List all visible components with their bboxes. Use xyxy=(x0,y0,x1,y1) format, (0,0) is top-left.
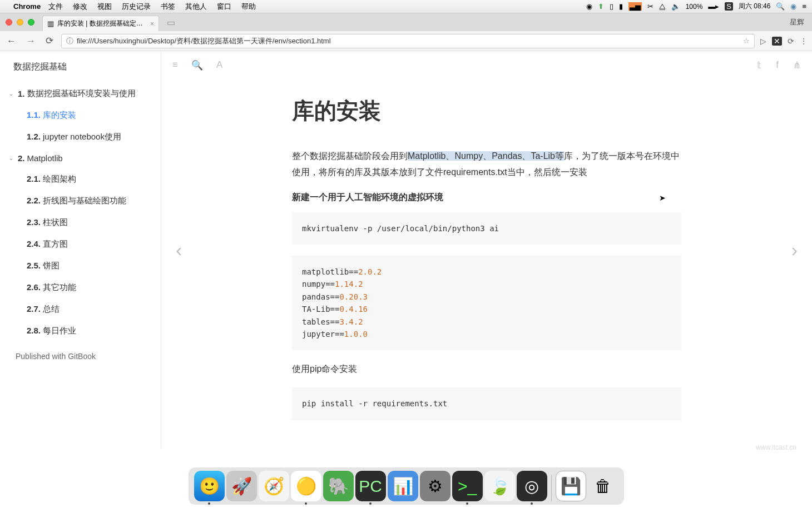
finder-icon[interactable]: 🙂 xyxy=(194,471,225,501)
sidebar-section-1[interactable]: ⌄ 1. 数据挖掘基础环境安装与使用 xyxy=(0,83,161,104)
new-tab-button[interactable]: ▭ xyxy=(161,17,181,28)
browser-tab-strip: ▥ 库的安装 | 数据挖掘基础定位、 × ▭ 星辉 xyxy=(0,13,812,31)
sidebar-item-2-6[interactable]: 2.6.其它功能 xyxy=(0,277,161,298)
settings-icon[interactable]: ⚙ xyxy=(420,471,450,501)
toggle-sidebar-icon[interactable]: ≡ xyxy=(172,59,178,71)
chevron-down-icon: ⌄ xyxy=(9,91,13,97)
launchpad-icon[interactable]: 🚀 xyxy=(226,471,257,501)
intro-paragraph: 整个数据挖掘基础阶段会用到Matplotlib、Numpy、Pandas、Ta-… xyxy=(292,148,681,181)
sidebar-item-2-7[interactable]: 2.7.总结 xyxy=(0,298,161,320)
more-menu-icon[interactable]: ⋮ xyxy=(800,37,808,46)
menu-help[interactable]: 帮助 xyxy=(241,2,256,12)
clock[interactable]: 周六 08:46 xyxy=(739,2,770,11)
terminal-icon[interactable]: >_ xyxy=(452,471,483,501)
macos-dock: 🙂 🚀 🧭 🟡 🐘 PC 📊 ⚙ >_ 🍃 ◎ 💾 🗑 xyxy=(189,467,624,505)
extension-icon-2[interactable]: ✕ xyxy=(772,37,782,46)
page-content: 数据挖掘基础 ⌄ 1. 数据挖掘基础环境安装与使用 1.1.库的安装 1.2.j… xyxy=(0,51,812,448)
sidebar-item-2-1[interactable]: 2.1.绘图架构 xyxy=(0,168,161,190)
subheading-1: 新建一个用于人工智能环境的虚拟环境 xyxy=(292,192,681,203)
browser-toolbar: ← → ⟳ ⓘ file:///Users/huxinghui/Desktop/… xyxy=(0,31,812,51)
sidebar-item-1-2[interactable]: 1.2.jupyter notebook使用 xyxy=(0,126,161,148)
facebook-icon[interactable]: f xyxy=(776,59,779,71)
url-text: file:///Users/huxinghui/Desktop/资料/数据挖掘基… xyxy=(77,36,331,46)
tab-title: 库的安装 | 数据挖掘基础定位、 xyxy=(57,19,147,28)
share-icon[interactable]: ⋔ xyxy=(793,59,801,71)
maximize-window-button[interactable] xyxy=(28,19,34,26)
volume-icon[interactable]: 🔈 xyxy=(671,2,680,11)
next-page-button[interactable]: › xyxy=(786,233,803,266)
sidebar-item-2-4[interactable]: 2.4.直方图 xyxy=(0,233,161,255)
watermark: www.itcast.cn xyxy=(756,444,796,451)
menubar-app-name[interactable]: Chrome xyxy=(13,2,41,11)
content-toolbar: ≡ 🔍 A 𝕥 f ⋔ xyxy=(161,51,812,79)
sidebar-item-2-8[interactable]: 2.8.每日作业 xyxy=(0,320,161,342)
info-icon[interactable]: ⓘ xyxy=(66,36,73,46)
menu-people[interactable]: 其他人 xyxy=(185,2,207,12)
tab-close-icon[interactable]: × xyxy=(150,20,154,28)
menu-edit[interactable]: 修改 xyxy=(73,2,87,12)
extension-icon-1[interactable]: ▷ xyxy=(760,37,766,46)
menu-window[interactable]: 窗口 xyxy=(217,2,231,12)
keynote-icon[interactable]: 📊 xyxy=(388,471,418,501)
status-icon-2[interactable]: ⬆ xyxy=(598,2,604,11)
forward-button[interactable]: → xyxy=(24,36,38,47)
siri-icon[interactable]: ◉ xyxy=(790,2,796,11)
macos-menubar: Chrome 文件 修改 视图 历史记录 书签 其他人 窗口 帮助 ◉ ⬆ ▯ … xyxy=(0,0,812,13)
code-block-1: mkvirtualenv -p /user/local/bin/python3 … xyxy=(292,212,681,245)
app-icon-leaf[interactable]: 🍃 xyxy=(484,471,515,501)
battery-percent[interactable]: 100% xyxy=(686,3,703,11)
page-title: 库的安装 xyxy=(292,96,681,126)
sidebar-section-2[interactable]: ⌄ 2. Matplotlib xyxy=(0,148,161,168)
bookmark-star-icon[interactable]: ☆ xyxy=(743,37,750,45)
sidebar-item-2-3[interactable]: 2.3.柱状图 xyxy=(0,212,161,233)
font-settings-icon[interactable]: A xyxy=(216,59,222,71)
address-bar[interactable]: ⓘ file:///Users/huxinghui/Desktop/资料/数据挖… xyxy=(61,34,755,48)
wifi-icon[interactable]: ⧋ xyxy=(659,2,666,11)
gitbook-content: ≡ 🔍 A 𝕥 f ⋔ ‹ › 库的安装 整个数据挖掘基础阶段会用到Matplo… xyxy=(161,51,812,448)
book-icon: ▥ xyxy=(47,19,54,28)
menu-bookmarks[interactable]: 书签 xyxy=(161,2,175,12)
minimize-window-button[interactable] xyxy=(17,19,23,26)
article-body: 库的安装 整个数据挖掘基础阶段会用到Matplotlib、Numpy、Panda… xyxy=(281,79,692,448)
window-controls xyxy=(6,19,34,26)
evernote-icon[interactable]: 🐘 xyxy=(323,471,354,501)
input-method-icon[interactable]: S xyxy=(725,2,733,11)
spotlight-icon[interactable]: 🔍 xyxy=(776,2,785,11)
menu-file[interactable]: 文件 xyxy=(48,2,63,12)
profile-label[interactable]: 星辉 xyxy=(790,17,804,27)
battery-icon[interactable]: ▬▸ xyxy=(708,2,719,11)
status-icon-flame[interactable]: ▃▅ xyxy=(628,2,642,11)
gitbook-sidebar: 数据挖掘基础 ⌄ 1. 数据挖掘基础环境安装与使用 1.1.库的安装 1.2.j… xyxy=(0,51,161,448)
close-window-button[interactable] xyxy=(6,19,12,26)
menu-history[interactable]: 历史记录 xyxy=(122,2,151,12)
dock-file-icon[interactable]: 💾 xyxy=(556,471,586,501)
reload-button[interactable]: ⟳ xyxy=(43,35,56,47)
sidebar-book-title[interactable]: 数据挖掘基础 xyxy=(0,51,161,83)
sidebar-item-2-5[interactable]: 2.5.饼图 xyxy=(0,255,161,277)
notification-center-icon[interactable]: ≡ xyxy=(802,2,806,11)
code-block-3: pip install -r requirements.txt xyxy=(292,387,681,420)
chevron-down-icon: ⌄ xyxy=(9,155,13,161)
trash-icon[interactable]: 🗑 xyxy=(588,471,618,501)
published-with[interactable]: Published with GitBook xyxy=(0,342,161,371)
chrome-icon[interactable]: 🟡 xyxy=(291,471,321,501)
prev-page-button[interactable]: ‹ xyxy=(170,233,187,266)
scissors-icon[interactable]: ✂ xyxy=(647,2,653,11)
back-button[interactable]: ← xyxy=(4,36,18,47)
safari-icon[interactable]: 🧭 xyxy=(259,471,289,501)
dock-separator xyxy=(551,475,552,501)
search-icon[interactable]: 🔍 xyxy=(191,59,203,71)
sidebar-item-2-2[interactable]: 2.2.折线图与基础绘图功能 xyxy=(0,190,161,212)
obs-icon[interactable]: ◎ xyxy=(517,471,547,501)
status-icon-4[interactable]: ▮ xyxy=(619,2,623,11)
status-icon-3[interactable]: ▯ xyxy=(610,2,613,11)
code-block-2: matplotlib==2.0.2 numpy==1.14.2 pandas==… xyxy=(292,256,681,350)
menu-view[interactable]: 视图 xyxy=(97,2,112,12)
paragraph-pip: 使用pip命令安装 xyxy=(292,361,681,377)
status-icon-1[interactable]: ◉ xyxy=(586,2,592,11)
twitter-icon[interactable]: 𝕥 xyxy=(757,59,761,71)
browser-tab-active[interactable]: ▥ 库的安装 | 数据挖掘基础定位、 × xyxy=(42,16,159,31)
sidebar-item-1-1[interactable]: 1.1.库的安装 xyxy=(0,104,161,126)
pycharm-icon[interactable]: PC xyxy=(355,471,386,501)
extension-icon-3[interactable]: ⟳ xyxy=(788,37,794,46)
